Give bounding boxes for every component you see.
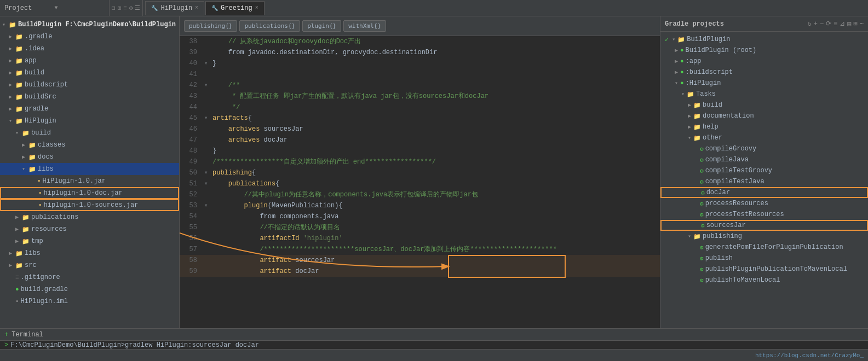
btn-withXml[interactable]: withXml{} xyxy=(343,20,386,32)
buildsrc-label: buildSrc xyxy=(25,93,56,101)
gradle-hiplugin[interactable]: ▾ ● :HiPlugin xyxy=(660,78,868,89)
tree-item-app[interactable]: ▶ 📁 app xyxy=(0,55,179,67)
tree-item-classes[interactable]: ▶ 📁 classes xyxy=(0,139,179,151)
gradle-tasks[interactable]: ▾ 📁 Tasks xyxy=(660,89,868,100)
tree-item-hiplugin[interactable]: ▾ 📁 HiPlugin xyxy=(0,115,179,127)
tree-item-docs[interactable]: ▶ 📁 docs xyxy=(0,151,179,163)
gradle-docJar[interactable]: ⚙ docJar xyxy=(660,187,868,198)
hiplugin-label: HiPlugin xyxy=(25,117,56,125)
tree-item-gradle[interactable]: ▶ 📁 .gradle xyxy=(0,31,179,43)
icon-gear[interactable]: ⚙ xyxy=(129,4,133,11)
gradle-publishing-folder[interactable]: ▾ 📁 publishing xyxy=(660,231,868,242)
gradle-sourcesJar[interactable]: ⚙ sourcesJar xyxy=(660,220,868,231)
gradle-icon-more[interactable]: ⋯ xyxy=(860,20,864,28)
gradle-icon-sync[interactable]: ↻ xyxy=(807,20,811,28)
status-url[interactable]: https://blog.csdn.net/CrazyMo_ xyxy=(755,352,864,359)
libs-label: libs xyxy=(38,165,54,173)
gradle-tasks-other[interactable]: ▾ 📁 other xyxy=(660,132,868,143)
tree-item-hiplugin-iml[interactable]: ▪ HiPlugin.iml xyxy=(0,295,179,307)
bottom-area: + Terminal > F:\CmcPluginDemo\BuildPlugi… xyxy=(0,328,868,361)
gradle-compileGroovy[interactable]: ⚙ compileGroovy xyxy=(660,143,868,154)
buildscript-label: buildscript xyxy=(25,81,68,89)
tree-item-libs[interactable]: ▾ 📁 libs xyxy=(0,163,179,175)
gradle-buildscript[interactable]: ▶ ● :buildscript xyxy=(660,67,868,78)
btn-publications[interactable]: publications{} xyxy=(239,20,300,32)
classes-folder-icon: 📁 xyxy=(28,142,36,149)
classes-arrow: ▶ xyxy=(22,142,27,148)
tmp-arrow: ▶ xyxy=(15,238,21,244)
project-dropdown[interactable]: Project ▼ xyxy=(0,0,110,16)
editor-content[interactable]: 38 // 从系统javadoc和groovydoc的Doc产出 39 from… xyxy=(180,36,660,328)
gradle-root[interactable]: ✓ ▾ 📁 BuildPlugin xyxy=(660,34,868,45)
project-label: Project xyxy=(4,4,55,12)
gradle-icon-minus[interactable]: − xyxy=(820,20,824,28)
gradle-icon-filter[interactable]: ▤ xyxy=(847,20,851,28)
tree-item-build-gradle[interactable]: ● build.gradle xyxy=(0,283,179,295)
tree-item-libs2[interactable]: ▶ 📁 libs xyxy=(0,247,179,259)
code-line-44: 44 */ xyxy=(180,102,660,113)
greeting-icon: 🔧 xyxy=(211,5,218,11)
tree-item-doc-jar[interactable]: ▪ hiplugin-1.0-doc.jar xyxy=(0,187,179,199)
tree-root[interactable]: ▾ 📁 BuildPlugin F:\CmcPluginDemo\BuildPl… xyxy=(0,19,179,31)
tree-item-buildsrc[interactable]: ▶ 📁 buildSrc xyxy=(0,91,179,103)
tree-item-gitignore[interactable]: ≡ .gitignore xyxy=(0,271,179,283)
docs-label: docs xyxy=(38,153,54,161)
terminal-plus-icon[interactable]: + xyxy=(4,331,8,339)
icon-sync[interactable]: ⊟ xyxy=(112,4,116,11)
gradle-icon-expand[interactable]: ⊞ xyxy=(854,20,858,28)
terminal-tab[interactable]: + Terminal xyxy=(0,329,868,341)
tree-item-publications[interactable]: ▶ 📁 publications xyxy=(0,211,179,223)
icon-menu[interactable]: ☰ xyxy=(135,4,140,11)
tree-item-src[interactable]: ▶ 📁 src xyxy=(0,259,179,271)
tree-item-idea[interactable]: ▶ 📁 .idea xyxy=(0,43,179,55)
btn-publishing[interactable]: publishing{} xyxy=(184,20,237,32)
tab-hiPlugin-close[interactable]: × xyxy=(195,5,198,11)
tree-item-buildscript[interactable]: ▶ 📁 buildscript xyxy=(0,79,179,91)
icon-expand[interactable]: ⊞ xyxy=(118,4,122,11)
tab-greeting[interactable]: 🔧 Greeting × xyxy=(205,1,265,15)
tab-greeting-close[interactable]: × xyxy=(255,5,258,11)
hiplugin-build-arrow: ▾ xyxy=(15,130,21,136)
gradle-buildplugin-root[interactable]: ▶ ● BuildPlugin (root) xyxy=(660,45,868,56)
gradle-tasks-documentation[interactable]: ▶ 📁 documentation xyxy=(660,110,868,121)
gradle-icon-sort[interactable]: ⊿ xyxy=(840,20,845,28)
gradle-publishPlugin[interactable]: ⚙ publishPluginPublicationToMavenLocal xyxy=(660,264,868,275)
tab-hiPlugin[interactable]: 🔧 HiPlugin × xyxy=(145,1,204,15)
project-icons: ⊟ ⊞ ≡ ⚙ ☰ xyxy=(110,0,143,16)
hiplugin-iml-icon: ▪ xyxy=(15,298,19,305)
gradle-icon-add[interactable]: + xyxy=(814,20,818,28)
icon-list[interactable]: ≡ xyxy=(123,5,127,11)
gradle-processResources[interactable]: ⚙ processResources xyxy=(660,198,868,209)
idea-arrow: ▶ xyxy=(9,45,14,52)
gradle-publishToMaven[interactable]: ⚙ publishToMavenLocal xyxy=(660,275,868,286)
tree-item-tmp[interactable]: ▶ 📁 tmp xyxy=(0,235,179,247)
gradle-ctg-icon: ⚙ xyxy=(700,167,704,174)
gradle-icon-refresh[interactable]: ⟳ xyxy=(826,20,831,28)
tree-item-build[interactable]: ▶ 📁 build xyxy=(0,67,179,79)
btn-plugin[interactable]: plugin{} xyxy=(302,20,341,32)
gradle-ctj-label: compileTestJava xyxy=(705,178,764,185)
tree-item-hiplugin-build[interactable]: ▾ 📁 build xyxy=(0,127,179,139)
gradle-icon-list[interactable]: ≡ xyxy=(833,20,837,28)
gradle-compileTestJava[interactable]: ⚙ compileTestJava xyxy=(660,176,868,187)
tree-item-sources-jar[interactable]: ▪ hiplugin-1.0-sources.jar xyxy=(0,199,179,211)
app-arrow: ▶ xyxy=(9,57,14,64)
gradle-ptr-icon: ⚙ xyxy=(700,211,704,218)
gradle-app[interactable]: ▶ ● :app xyxy=(660,56,868,67)
gradle-hiplugin-label: :HiPlugin xyxy=(686,79,721,87)
tree-item-gradle2[interactable]: ▶ 📁 gradle xyxy=(0,103,179,115)
gradle-compileJava[interactable]: ⚙ compileJava xyxy=(660,154,868,165)
gradle-tasks-build-icon: 📁 xyxy=(693,102,701,109)
tree-item-hiplugin-jar[interactable]: ▪ HiPlugin-1.0.jar xyxy=(0,175,179,187)
gradle-processTestResources[interactable]: ⚙ processTestResources xyxy=(660,209,868,220)
tabs-area: 🔧 HiPlugin × 🔧 Greeting × xyxy=(143,0,868,16)
classes-label: classes xyxy=(38,141,65,149)
gradle-tasks-help[interactable]: ▶ 📁 help xyxy=(660,121,868,132)
code-line-55: 55 //不指定的话默认为项目名 xyxy=(180,222,660,233)
gradle-tasks-build[interactable]: ▶ 📁 build xyxy=(660,100,868,110)
gradle-hiplugin-icon: ● xyxy=(680,80,684,86)
gradle-compileTestGroovy[interactable]: ⚙ compileTestGroovy xyxy=(660,165,868,176)
tree-item-resources[interactable]: ▶ 📁 resources xyxy=(0,223,179,235)
gradle-publish[interactable]: ⚙ publish xyxy=(660,253,868,264)
gradle-generatePom[interactable]: ⚙ generatePomFileForPluginPublication xyxy=(660,242,868,253)
